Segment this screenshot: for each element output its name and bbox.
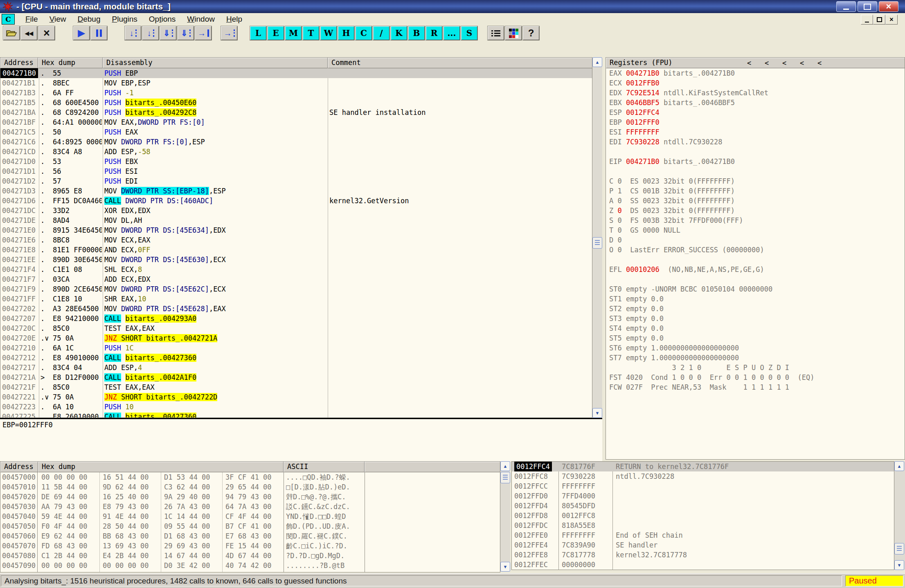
stack-row[interactable]: 0012FFEC00000000 bbox=[512, 560, 894, 570]
menu-item-view[interactable]: View bbox=[44, 14, 72, 25]
step-over-button[interactable]: ↓ bbox=[142, 26, 159, 40]
disasm-row[interactable]: 00427202.A3 28E64500MOV DWORD PTR DS:[45… bbox=[0, 304, 592, 314]
dump-row[interactable]: 00457070FD 68 43 0013 69 43 0029 69 43 0… bbox=[0, 541, 500, 551]
go-to-address-button[interactable]: → bbox=[221, 26, 237, 40]
registers-collapse-button[interactable]: < bbox=[782, 58, 786, 68]
step-into-button[interactable]: ↓ bbox=[125, 26, 141, 40]
disasm-row[interactable]: 0042720C.85C0TEST EAX,EAX bbox=[0, 323, 592, 333]
disasm-row[interactable]: 004271D6.FF15 DC0A4600CALL DWORD PTR DS:… bbox=[0, 196, 592, 206]
disasm-row[interactable]: 004271F7.03CAADD ECX,EDX bbox=[0, 274, 592, 284]
disasm-row[interactable]: 004271EE.890D 30E64500MOV DWORD PTR DS:[… bbox=[0, 255, 592, 265]
dump-column-header-ascii[interactable]: ASCII bbox=[284, 462, 365, 472]
disasm-row[interactable]: 004271BF.64:A1 00000000MOV EAX,DWORD PTR… bbox=[0, 117, 592, 127]
execute-till-return-button[interactable]: → bbox=[195, 26, 212, 40]
disasm-row[interactable]: 004271C5.50PUSH EAX bbox=[0, 127, 592, 137]
disasm-row[interactable]: 004271E6.8BC8MOV ECX,EAX bbox=[0, 235, 592, 245]
scroll-thumb[interactable] bbox=[500, 472, 510, 483]
view-threads-button[interactable]: T bbox=[303, 26, 319, 40]
view-executables-button[interactable]: E bbox=[268, 26, 284, 40]
menu-item-debug[interactable]: Debug bbox=[72, 14, 106, 25]
disasm-row[interactable]: 004271E8.81E1 FF000000AND ECX,0FF bbox=[0, 245, 592, 255]
menu-item-plugins[interactable]: Plugins bbox=[106, 14, 143, 25]
dump-column-header-hexdump[interactable]: Hex dump bbox=[38, 462, 284, 472]
stack-row[interactable]: 0012FFE47C839A90SE handler bbox=[512, 540, 894, 550]
stack-row[interactable]: 0012FFDC818A55E8 bbox=[512, 521, 894, 530]
view-windows-button[interactable]: W bbox=[320, 26, 337, 40]
maximize-button[interactable] bbox=[858, 1, 877, 12]
windows-list-button[interactable] bbox=[488, 26, 504, 40]
view-cpu-button[interactable]: C bbox=[356, 26, 372, 40]
column-header-hexdump[interactable]: Hex dump bbox=[38, 58, 103, 68]
cpu-window-icon[interactable]: C bbox=[2, 14, 15, 25]
dump-row[interactable]: 0045700000 00 00 0016 51 44 00D1 53 44 0… bbox=[0, 472, 500, 482]
dump-column-header-address[interactable]: Address bbox=[0, 462, 38, 472]
dump-scrollbar[interactable]: ▲ ▼ bbox=[500, 461, 510, 572]
mdi-minimize-button[interactable] bbox=[861, 15, 873, 25]
dump-row[interactable]: 00457060E9 62 44 00BB 68 43 00D1 68 43 0… bbox=[0, 531, 500, 541]
disasm-row[interactable]: 004271FF.C1E8 10SHR EAX,10 bbox=[0, 294, 592, 304]
scroll-down-button[interactable]: ▼ bbox=[894, 560, 904, 570]
registers-collapse-button[interactable]: < bbox=[747, 58, 751, 68]
dump-row[interactable]: 00457020DE 69 44 0016 25 40 009A 29 40 0… bbox=[0, 492, 500, 502]
run-button[interactable]: ▶ bbox=[73, 26, 90, 40]
stack-row[interactable]: 0012FFD80012FFC8 bbox=[512, 511, 894, 521]
stack-row[interactable]: 0012FFD480545DFD bbox=[512, 501, 894, 511]
stack-row[interactable]: 0012FFD07FFD4000 bbox=[512, 491, 894, 501]
disasm-row[interactable]: 004271CD.83C4 A8ADD ESP,-58 bbox=[0, 147, 592, 157]
dump-column-header-extra[interactable] bbox=[365, 462, 500, 472]
disasm-row[interactable]: 004271B5.68 600E4500PUSH bitarts_.00450E… bbox=[0, 98, 592, 108]
animate-over-button[interactable]: ⇓ bbox=[178, 26, 194, 40]
open-file-button[interactable] bbox=[3, 26, 20, 40]
column-header-comment[interactable]: Comment bbox=[328, 58, 592, 68]
menu-item-window[interactable]: Window bbox=[181, 14, 221, 25]
menu-item-file[interactable]: File bbox=[20, 14, 44, 25]
disasm-row[interactable]: 004271F4.C1E1 08SHL ECX,8 bbox=[0, 265, 592, 274]
disasm-row[interactable]: 004271F9.890D 2CE64500MOV DWORD PTR DS:[… bbox=[0, 284, 592, 294]
disasm-row[interactable]: 00427212.E8 49010000CALL bitarts_.004273… bbox=[0, 353, 592, 363]
disasm-row[interactable]: 004271C6.64:8925 00000000MOV DWORD PTR F… bbox=[0, 137, 592, 147]
view-run-trace-button[interactable]: ... bbox=[443, 26, 460, 40]
dump-row[interactable]: 00457030AA 79 43 00E8 79 43 0026 7A 43 0… bbox=[0, 502, 500, 512]
scroll-up-button[interactable]: ▲ bbox=[894, 461, 904, 471]
help-button[interactable]: ? bbox=[523, 26, 539, 40]
scroll-down-button[interactable]: ▼ bbox=[500, 562, 510, 572]
disasm-row[interactable]: 004271B3.6A FFPUSH -1 bbox=[0, 88, 592, 98]
disasm-row[interactable]: 00427221.∨75 0AJNZ SHORT bitarts_.004272… bbox=[0, 392, 592, 402]
scroll-thumb[interactable] bbox=[592, 237, 602, 249]
stack-row[interactable]: 0012FFC87C930228ntdll.7C930228 bbox=[512, 471, 894, 481]
mdi-restore-button[interactable] bbox=[873, 15, 885, 25]
pause-button[interactable] bbox=[91, 26, 107, 40]
registers-collapse-button[interactable]: < bbox=[817, 58, 822, 68]
close-program-button[interactable]: × bbox=[38, 26, 55, 40]
disassembly-scrollbar[interactable]: ▲ ▼ bbox=[592, 57, 602, 418]
disasm-row[interactable]: 0042720E.∨75 0AJNZ SHORT bitarts_.004272… bbox=[0, 333, 592, 343]
disasm-row[interactable]: 004271D2.57PUSH EDI bbox=[0, 176, 592, 186]
disasm-row[interactable]: 004271DE.8AD4MOV DL,AH bbox=[0, 215, 592, 225]
disasm-row[interactable]: 00427223.6A 10PUSH 10 bbox=[0, 402, 592, 412]
disasm-row[interactable]: 004271D3.8965 E8MOV DWORD PTR SS:[EBP-18… bbox=[0, 186, 592, 196]
view-source-button[interactable]: S bbox=[461, 26, 477, 40]
scroll-up-button[interactable]: ▲ bbox=[592, 57, 602, 67]
disasm-row[interactable]: 00427207.E8 94210000CALL bitarts_.004293… bbox=[0, 314, 592, 323]
menu-item-options[interactable]: Options bbox=[143, 14, 182, 25]
appearance-button[interactable] bbox=[505, 26, 522, 40]
registers-collapse-button[interactable]: < bbox=[800, 58, 804, 68]
view-handles-button[interactable]: H bbox=[338, 26, 354, 40]
minimize-button[interactable] bbox=[836, 1, 856, 12]
disasm-row[interactable]: 00427217.83C4 04ADD ESP,4 bbox=[0, 363, 592, 373]
disasm-row[interactable]: 00427210.6A 1CPUSH 1C bbox=[0, 343, 592, 353]
stack-row[interactable]: 0012FFE87C817778kernel32.7C817778 bbox=[512, 550, 894, 560]
stack-row[interactable]: 0012FFC47C81776FRETURN to kernel32.7C817… bbox=[512, 462, 894, 471]
animate-into-button[interactable]: ⇓ bbox=[160, 26, 176, 40]
dump-row[interactable]: 00457080C1 2B 44 00E4 2B 44 0014 67 44 0… bbox=[0, 551, 500, 561]
dump-row[interactable]: 0045704059 4E 44 0091 4E 44 001C 14 44 0… bbox=[0, 512, 500, 521]
disasm-row[interactable]: 004271E0.8915 34E64500MOV DWORD PTR DS:[… bbox=[0, 225, 592, 235]
disasm-row[interactable]: 004271BA.68 C8924200PUSH bitarts_.004292… bbox=[0, 108, 592, 117]
stack-row[interactable]: 0012FFCCFFFFFFFF bbox=[512, 481, 894, 491]
menu-item-help[interactable]: Help bbox=[221, 14, 248, 25]
disasm-row[interactable]: 0042721F.85C0TEST EAX,EAX bbox=[0, 382, 592, 392]
view-memory-button[interactable]: M bbox=[285, 26, 302, 40]
view-references-button[interactable]: R bbox=[426, 26, 442, 40]
disasm-row[interactable]: 004271B0.55PUSH EBP bbox=[0, 68, 592, 78]
view-breakpoints-button[interactable]: B bbox=[408, 26, 425, 40]
